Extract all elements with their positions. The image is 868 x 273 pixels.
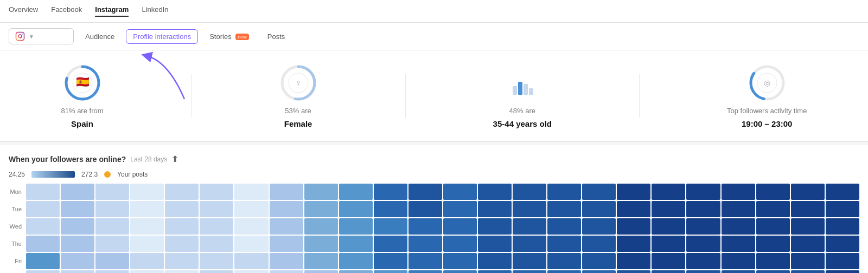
heatmap-cell: [617, 218, 650, 235]
heatmap-row-fri: Fri: [9, 253, 859, 269]
heatmap-cell: [270, 236, 303, 252]
heatmap-cell: [478, 236, 512, 252]
heatmap-cell: [756, 184, 790, 200]
svg-point-1: [18, 35, 22, 38]
heatmap-cell: [617, 201, 650, 217]
svg-rect-14: [524, 84, 528, 95]
heatmap-cell: [200, 184, 233, 200]
svg-rect-12: [513, 86, 517, 95]
heatmap-cell: [756, 270, 790, 273]
top-nav: Overview Facebook Instagram LinkedIn: [0, 0, 868, 23]
tab-posts[interactable]: Posts: [260, 29, 292, 44]
stat-location-main-label: Spain: [71, 119, 93, 128]
heatmap-cell: [234, 253, 268, 269]
heatmap-cell: [478, 218, 512, 235]
tab-stories[interactable]: Stories new: [202, 29, 256, 44]
chevron-down-icon: ▼: [29, 34, 34, 40]
heatmap-header: When your followers are online? Last 28 …: [9, 154, 859, 164]
heatmap-cell: [130, 253, 164, 269]
divider-3: [639, 74, 640, 118]
legend-bar: [31, 171, 75, 178]
stories-badge: new: [235, 34, 249, 40]
heatmap-subtitle: Last 28 days: [130, 155, 167, 163]
heatmap-cell: [270, 201, 303, 217]
heatmap-cell: [374, 218, 407, 235]
heatmap-cell: [443, 270, 477, 273]
heatmap-row-sat: Sat: [9, 270, 859, 273]
heatmap-cell: [200, 236, 233, 252]
heatmap-cell: [304, 236, 338, 252]
heatmap-cell: [652, 201, 685, 217]
svg-point-2: [22, 34, 23, 35]
heatmap-cell: [686, 218, 720, 235]
heatmap-cell: [270, 184, 303, 200]
heatmap-cell: [165, 184, 199, 200]
heatmap-cell: [652, 236, 685, 252]
heatmap-cell: [200, 270, 233, 273]
heatmap-cell: [547, 236, 581, 252]
heatmap-cell: [130, 218, 164, 235]
heatmap-cell: [270, 270, 303, 273]
heatmap-cell: [791, 253, 825, 269]
heatmap-cell: [756, 218, 790, 235]
heatmap-cell: [26, 201, 60, 217]
stat-activity-main-label: 19:00 – 23:00: [742, 119, 792, 128]
heatmap-cell: [374, 184, 407, 200]
nav-linkedin[interactable]: LinkedIn: [142, 5, 168, 17]
heatmap-title: When your followers are online?: [9, 155, 126, 164]
heatmap-cell: [409, 236, 442, 252]
heatmap-cell: [374, 270, 407, 273]
nav-facebook[interactable]: Facebook: [51, 5, 82, 17]
heatmap-cell: [130, 184, 164, 200]
nav-overview[interactable]: Overview: [9, 5, 38, 17]
heatmap-cell: [270, 218, 303, 235]
stat-age: 48% are 35-44 years old: [493, 63, 552, 128]
stat-gender-top-label: 53% are: [285, 107, 311, 115]
heatmap-cell: [547, 270, 581, 273]
heatmap-grid: MonTueWedThuFriSatSun: [9, 184, 859, 273]
arrow-annotation: [125, 50, 206, 105]
legend-posts-label: Your posts: [117, 171, 148, 178]
heatmap-cell: [652, 184, 685, 200]
svg-rect-13: [518, 82, 522, 95]
stat-activity-circle: ◎: [748, 63, 787, 102]
heatmap-cell: [582, 184, 616, 200]
heatmap-cell: [547, 184, 581, 200]
heatmap-cell: [304, 253, 338, 269]
heatmap-cell: [791, 270, 825, 273]
heatmap-cell: [95, 184, 129, 200]
stat-activity: ◎ Top followers activity time 19:00 – 23…: [727, 63, 807, 128]
svg-text:🇪🇸: 🇪🇸: [75, 75, 89, 88]
heatmap-cell: [200, 201, 233, 217]
heatmap-section: When your followers are online? Last 28 …: [0, 145, 868, 273]
heatmap-cell: [374, 236, 407, 252]
heatmap-cell: [339, 218, 373, 235]
account-selector[interactable]: ▼: [9, 28, 74, 44]
heatmap-cell: [652, 270, 685, 273]
heatmap-cell: [547, 253, 581, 269]
heatmap-cell: [374, 253, 407, 269]
stat-location-circle: 🇪🇸: [63, 63, 102, 102]
heatmap-cell: [339, 270, 373, 273]
heatmap-cell: [61, 236, 94, 252]
tab-profile-interactions[interactable]: Profile interactions: [126, 29, 198, 44]
stat-activity-top-label: Top followers activity time: [727, 107, 807, 115]
heatmap-cell: [443, 201, 477, 217]
legend-min: 24.25: [9, 171, 25, 178]
heatmap-cells-fri: [26, 253, 859, 269]
heatmap-cell: [826, 253, 859, 269]
heatmap-cell: [61, 253, 94, 269]
day-label-thu: Thu: [9, 240, 25, 247]
heatmap-cell: [304, 218, 338, 235]
heatmap-cell: [756, 201, 790, 217]
tab-audience[interactable]: Audience: [78, 29, 122, 44]
day-label-tue: Tue: [9, 206, 25, 212]
export-icon[interactable]: ⬆: [171, 154, 178, 164]
heatmap-cell: [478, 270, 512, 273]
heatmap-cell: [61, 184, 94, 200]
heatmap-cell: [617, 253, 650, 269]
heatmap-cell: [826, 270, 859, 273]
stat-location-top-label: 81% are from: [61, 107, 104, 115]
legend-dot: [104, 171, 111, 178]
nav-instagram[interactable]: Instagram: [95, 5, 129, 17]
